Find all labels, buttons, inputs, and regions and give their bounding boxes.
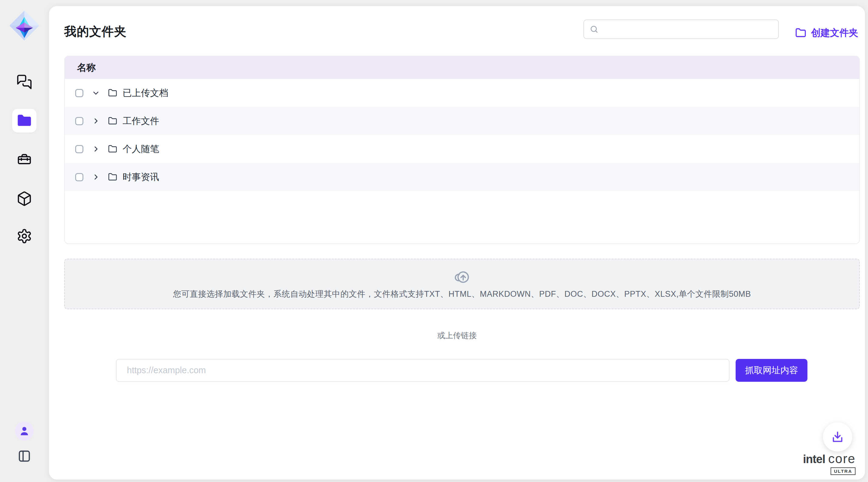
folder-name-label: 个人随笔 xyxy=(123,143,159,155)
app-logo-icon[interactable] xyxy=(9,10,40,41)
create-folder-button[interactable]: 创建文件夹 xyxy=(795,24,858,42)
folder-table: 名称 已上传文档 工作文件 xyxy=(64,56,860,244)
ultra-badge: ULTRA xyxy=(831,467,856,475)
sidebar-item-settings[interactable] xyxy=(17,228,32,244)
user-icon xyxy=(19,425,30,437)
search-input[interactable] xyxy=(599,20,778,38)
main-content: 我的文件夹 创建文件夹 名称 已上传文档 xyxy=(49,6,865,480)
cube-icon xyxy=(17,191,32,206)
intel-core-ultra-logo: intel core ULTRA xyxy=(804,452,856,475)
create-folder-label: 创建文件夹 xyxy=(811,27,858,39)
folder-plus-icon xyxy=(795,27,806,38)
sidebar-item-models[interactable] xyxy=(17,191,32,206)
fetch-url-button[interactable]: 抓取网址内容 xyxy=(736,359,807,382)
download-icon xyxy=(831,430,844,444)
table-row[interactable]: 工作文件 xyxy=(65,107,859,135)
folder-icon xyxy=(108,116,117,125)
row-checkbox[interactable] xyxy=(75,173,83,181)
page-title: 我的文件夹 xyxy=(64,23,127,40)
cloud-upload-icon xyxy=(452,268,472,286)
row-checkbox[interactable] xyxy=(75,89,83,97)
search-icon xyxy=(590,25,599,34)
gear-icon xyxy=(17,228,32,244)
folder-icon xyxy=(108,172,117,181)
sidebar-item-folders[interactable] xyxy=(12,109,36,133)
chevron-down-icon[interactable] xyxy=(92,89,100,97)
download-button[interactable] xyxy=(823,422,852,452)
url-input[interactable] xyxy=(116,359,730,382)
sidebar-item-toolbox[interactable] xyxy=(17,152,32,168)
table-row[interactable]: 个人随笔 xyxy=(65,135,859,163)
dropzone-hint: 您可直接选择加载文件夹，系统自动处理其中的文件，文件格式支持TXT、HTML、M… xyxy=(173,288,751,300)
search-box[interactable] xyxy=(583,20,779,39)
toolbox-icon xyxy=(17,152,32,168)
column-header-name: 名称 xyxy=(77,61,96,74)
table-header-row: 名称 xyxy=(65,56,859,79)
or-upload-link-label: 或上传链接 xyxy=(49,330,865,341)
row-checkbox[interactable] xyxy=(75,117,83,125)
panel-toggle-icon[interactable] xyxy=(17,449,31,463)
sidebar-item-chat[interactable] xyxy=(17,74,32,90)
table-row[interactable]: 时事资讯 xyxy=(65,163,859,191)
table-row[interactable]: 已上传文档 xyxy=(65,79,859,107)
row-checkbox[interactable] xyxy=(75,145,83,153)
intel-wordmark: intel xyxy=(803,453,825,466)
chevron-right-icon[interactable] xyxy=(92,117,100,125)
folder-icon xyxy=(108,144,117,153)
chevron-right-icon[interactable] xyxy=(92,145,100,153)
folder-icon xyxy=(108,88,117,97)
sidebar xyxy=(0,0,49,482)
folder-name-label: 已上传文档 xyxy=(123,87,168,99)
upload-dropzone[interactable]: 您可直接选择加载文件夹，系统自动处理其中的文件，文件格式支持TXT、HTML、M… xyxy=(64,259,860,309)
avatar[interactable] xyxy=(15,422,34,441)
folder-name-label: 时事资讯 xyxy=(123,171,159,183)
folder-name-label: 工作文件 xyxy=(123,115,159,127)
core-wordmark: core xyxy=(828,452,856,466)
chevron-right-icon[interactable] xyxy=(92,173,100,181)
folder-icon xyxy=(17,113,32,129)
folder-table-body: 已上传文档 工作文件 个人随笔 xyxy=(65,79,859,191)
chat-icon xyxy=(17,74,32,90)
